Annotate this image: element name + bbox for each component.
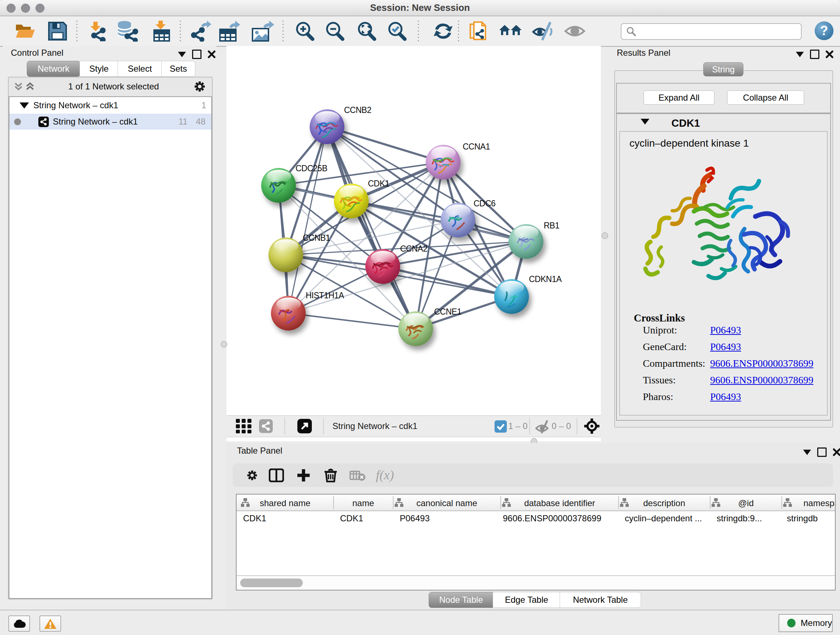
svg-text:shared name: shared name — [260, 498, 310, 508]
svg-text:CDK1: CDK1 — [368, 179, 389, 188]
svg-text:description: description — [643, 498, 685, 508]
svg-text:HIST1H1A: HIST1H1A — [306, 291, 344, 300]
svg-text:CCNB2: CCNB2 — [344, 105, 371, 115]
svg-text:RB1: RB1 — [544, 221, 559, 230]
svg-text:CCNA2: CCNA2 — [400, 244, 427, 253]
svg-text:CCNA1: CCNA1 — [463, 142, 490, 151]
svg-text:CCNE1: CCNE1 — [434, 307, 461, 317]
svg-text:CDKN1A: CDKN1A — [529, 274, 562, 284]
svg-text:CDC25B: CDC25B — [295, 164, 327, 173]
svg-text:CCNB1: CCNB1 — [303, 233, 330, 242]
svg-text:namespace: namespace — [804, 498, 835, 508]
svg-text:name: name — [352, 498, 374, 508]
svg-text:CDC6: CDC6 — [474, 199, 496, 208]
svg-text:@id: @id — [738, 498, 753, 508]
svg-text:database identifier: database identifier — [524, 498, 595, 508]
svg-text:canonical name: canonical name — [416, 498, 477, 508]
